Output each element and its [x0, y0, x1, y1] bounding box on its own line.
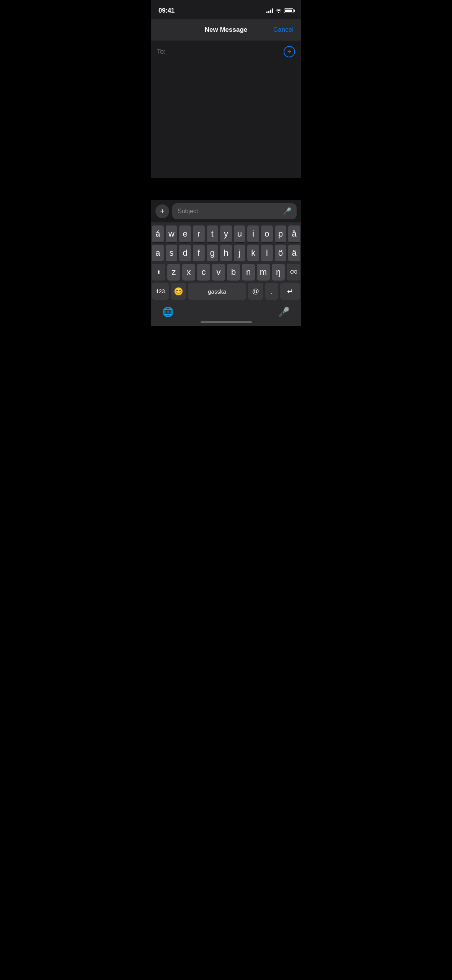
at-key[interactable]: @ [248, 283, 263, 300]
cancel-button[interactable]: Cancel [273, 24, 294, 35]
space-key[interactable]: gasska [188, 283, 246, 300]
wifi-icon [276, 8, 282, 13]
to-input[interactable] [168, 48, 284, 56]
bottom-toolbar: 🌐 🎤 [151, 304, 301, 319]
keyboard-row-3: ⬆ z x c v b n m ŋ ⌫ [152, 264, 300, 281]
battery-icon [284, 8, 294, 13]
key-e[interactable]: e [179, 225, 191, 242]
subject-row: + Subject 🎤 [151, 200, 301, 222]
keyboard-row-4: 123 😊 gasska @ . ↵ [152, 283, 300, 300]
key-z[interactable]: z [167, 264, 180, 281]
battery-fill [285, 10, 292, 12]
key-p[interactable]: p [275, 225, 287, 242]
keyboard: á w e r t y u i o p å a s d f g h j k l … [151, 222, 301, 304]
status-bar: 09:41 [151, 0, 301, 19]
globe-icon[interactable]: 🌐 [162, 307, 174, 317]
home-bar [201, 321, 252, 323]
key-k[interactable]: k [247, 245, 259, 261]
delete-key[interactable]: ⌫ [287, 264, 300, 281]
status-icons [266, 8, 294, 13]
return-key[interactable]: ↵ [280, 283, 300, 300]
shift-key[interactable]: ⬆ [152, 264, 165, 281]
nav-bar: New Message Cancel [151, 19, 301, 41]
keyboard-area: + Subject 🎤 á w e r t y u i o p å a s d … [151, 200, 301, 326]
key-w[interactable]: w [166, 225, 178, 242]
key-m[interactable]: m [257, 264, 270, 281]
subject-input-wrap[interactable]: Subject 🎤 [172, 203, 297, 219]
key-g[interactable]: g [207, 245, 219, 261]
add-recipient-button[interactable]: + [284, 46, 295, 57]
key-u[interactable]: u [234, 225, 246, 242]
key-a[interactable]: a [152, 245, 164, 261]
numbers-key[interactable]: 123 [152, 283, 169, 300]
key-h[interactable]: h [220, 245, 232, 261]
plus-icon: + [160, 207, 165, 216]
keyboard-row-2: a s d f g h j k l ö ä [152, 245, 300, 261]
signal-bars-icon [266, 8, 273, 13]
period-key[interactable]: . [265, 283, 278, 300]
key-j[interactable]: j [234, 245, 246, 261]
key-a-umlaut[interactable]: ä [288, 245, 300, 261]
key-t[interactable]: t [207, 225, 219, 242]
message-area[interactable] [151, 63, 301, 178]
mic-icon: 🎤 [283, 207, 291, 216]
key-y[interactable]: y [220, 225, 232, 242]
key-s[interactable]: s [166, 245, 178, 261]
emoji-key[interactable]: 😊 [171, 283, 186, 300]
key-f[interactable]: f [193, 245, 205, 261]
key-b[interactable]: b [227, 264, 240, 281]
subject-placeholder: Subject [178, 208, 283, 215]
plus-icon: + [287, 48, 292, 55]
key-n[interactable]: n [242, 264, 255, 281]
nav-title: New Message [204, 26, 249, 34]
key-o-umlaut[interactable]: ö [275, 245, 287, 261]
to-field: To: + [151, 41, 301, 63]
home-indicator [151, 319, 301, 326]
key-a-accent[interactable]: á [152, 225, 164, 242]
status-time: 09:41 [158, 7, 175, 15]
key-o[interactable]: o [261, 225, 273, 242]
key-r[interactable]: r [193, 225, 205, 242]
attachment-button[interactable]: + [155, 204, 169, 218]
key-x[interactable]: x [182, 264, 195, 281]
key-a-ring[interactable]: å [288, 225, 300, 242]
key-l[interactable]: l [261, 245, 273, 261]
keyboard-row-1: á w e r t y u i o p å [152, 225, 300, 242]
to-label: To: [157, 48, 166, 56]
key-d[interactable]: d [179, 245, 191, 261]
key-v[interactable]: v [212, 264, 225, 281]
key-ng[interactable]: ŋ [272, 264, 285, 281]
dictation-icon[interactable]: 🎤 [278, 307, 290, 317]
key-i[interactable]: i [247, 225, 259, 242]
key-c[interactable]: c [197, 264, 210, 281]
